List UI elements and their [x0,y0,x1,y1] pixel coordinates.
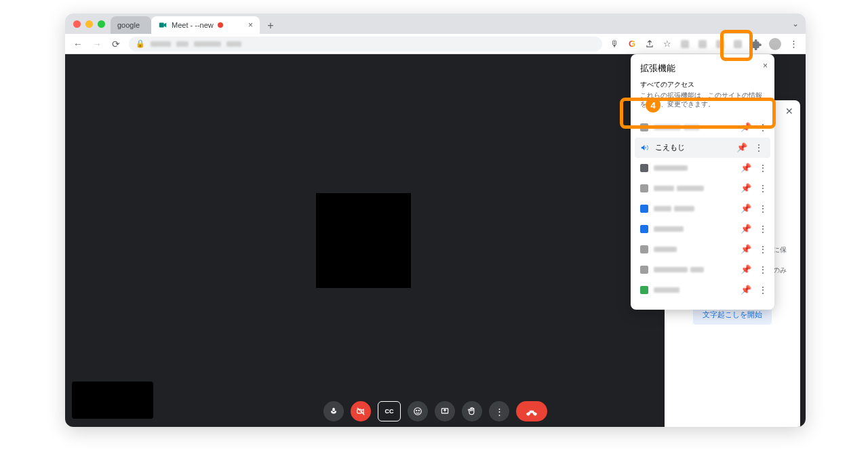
koemoji-icon [640,143,650,152]
more-options-button[interactable]: ⋮ [489,401,509,421]
tab-meet[interactable]: Meet - --new × [151,16,260,34]
extension-icon [640,205,648,213]
ext-slot-4-icon[interactable] [732,39,743,49]
browser-toolbar: ← → ⟳ 🔒 🎙 G ☆ [65,34,806,54]
pin-icon[interactable]: 📌 [741,244,751,254]
extension-icon [640,225,648,233]
window-min-dot[interactable] [85,20,93,28]
extension-name: こえもじ [655,142,685,152]
panel-close-icon[interactable]: ✕ [785,106,793,117]
svg-point-4 [418,410,419,411]
extension-row[interactable]: 📌 ⋮ [631,158,774,178]
extension-icon [640,245,648,253]
reactions-button[interactable] [408,401,428,421]
ext-slot-1-icon[interactable] [679,39,690,49]
present-screen-button[interactable] [435,401,455,421]
extension-row[interactable]: 📌 ⋮ [631,239,774,260]
tab-close-icon[interactable]: × [248,20,253,30]
svg-point-3 [416,410,417,411]
tabs-menu-chevron-icon[interactable]: ⌄ [792,19,799,28]
extension-row[interactable]: 📌 ⋮ [631,117,774,138]
lock-icon: 🔒 [136,39,145,48]
pin-icon[interactable]: 📌 [741,183,751,193]
window-close-dot[interactable] [73,20,81,28]
row-menu-icon[interactable]: ⋮ [757,183,769,194]
raise-hand-button[interactable] [462,401,482,421]
pin-icon[interactable]: 📌 [736,142,747,152]
extension-row[interactable]: 📌 ⋮ [631,199,774,219]
main-video-tile[interactable] [316,193,411,288]
ext-slot-3-icon[interactable] [715,39,726,49]
tab-google[interactable]: google [111,16,151,34]
mic-icon[interactable]: 🎙 [609,39,620,49]
pin-icon[interactable]: 📌 [741,122,751,132]
annotation-step-badge-4: 4 [646,98,660,112]
pin-icon[interactable]: 📌 [741,285,751,295]
extensions-popup: 拡張機能 × すべてのアクセス これらの拡張機能は、このサイトの情報を表示、変更… [631,54,774,310]
tab-label: google [117,21,140,29]
google-icon[interactable]: G [627,39,637,49]
extensions-popup-close-icon[interactable]: × [763,61,768,70]
extensions-section-title: すべてのアクセス [631,79,774,91]
captions-button[interactable]: CC [378,401,401,421]
row-menu-icon[interactable]: ⋮ [757,264,769,275]
row-menu-icon[interactable]: ⋮ [757,163,769,173]
meet-favicon [158,20,167,30]
browser-window: google Meet - --new × + ⌄ ← → ⟳ 🔒 [65,14,806,427]
profile-avatar[interactable] [769,38,781,50]
leave-call-button[interactable] [516,401,547,421]
row-menu-icon[interactable]: ⋮ [757,244,769,255]
window-max-dot[interactable] [98,20,105,28]
extension-row-koemoji[interactable]: こえもじ 📌 ⋮ [635,138,770,158]
camera-toggle-button[interactable] [351,401,371,421]
pin-icon[interactable]: 📌 [741,264,751,274]
forward-button[interactable]: → [91,38,103,50]
row-menu-icon[interactable]: ⋮ [757,224,769,234]
ext-slot-2-icon[interactable] [697,39,708,49]
extension-row[interactable]: 📌 ⋮ [631,219,774,239]
svg-point-2 [414,408,422,415]
window-traffic-lights[interactable] [72,14,111,34]
extensions-puzzle-icon[interactable] [750,38,762,50]
pin-icon[interactable]: 📌 [741,163,751,173]
back-button[interactable]: ← [72,38,84,50]
recording-indicator-icon [218,22,223,28]
address-bar[interactable]: 🔒 [129,37,602,51]
extension-row[interactable]: 📌 ⋮ [631,260,774,280]
pin-icon[interactable]: 📌 [741,203,751,213]
reload-button[interactable]: ⟳ [110,38,122,50]
row-menu-icon[interactable]: ⋮ [753,142,765,153]
extension-icon [640,184,648,192]
share-icon[interactable] [644,39,655,49]
toolbar-actions: 🎙 G ☆ ⋮ [609,38,799,50]
mic-toggle-button[interactable] [323,401,344,421]
svg-rect-0 [159,23,164,28]
row-menu-icon[interactable]: ⋮ [757,203,769,214]
bookmark-star-icon[interactable]: ☆ [662,39,673,49]
extension-icon [640,123,648,131]
extensions-popup-title: 拡張機能 [631,62,774,79]
extension-icon [640,164,648,172]
row-menu-icon[interactable]: ⋮ [757,122,769,133]
extension-icon [640,286,648,294]
kebab-menu-icon[interactable]: ⋮ [788,39,799,49]
new-tab-button[interactable]: + [262,18,279,34]
row-menu-icon[interactable]: ⋮ [757,285,769,295]
extension-row[interactable]: 📌 ⋮ [631,178,774,199]
extension-icon [640,266,648,274]
tab-strip: google Meet - --new × + ⌄ [65,14,806,34]
extension-row[interactable]: 📌 ⋮ [631,280,774,300]
pin-icon[interactable]: 📌 [741,224,751,234]
tab-label: Meet - --new [172,21,214,29]
